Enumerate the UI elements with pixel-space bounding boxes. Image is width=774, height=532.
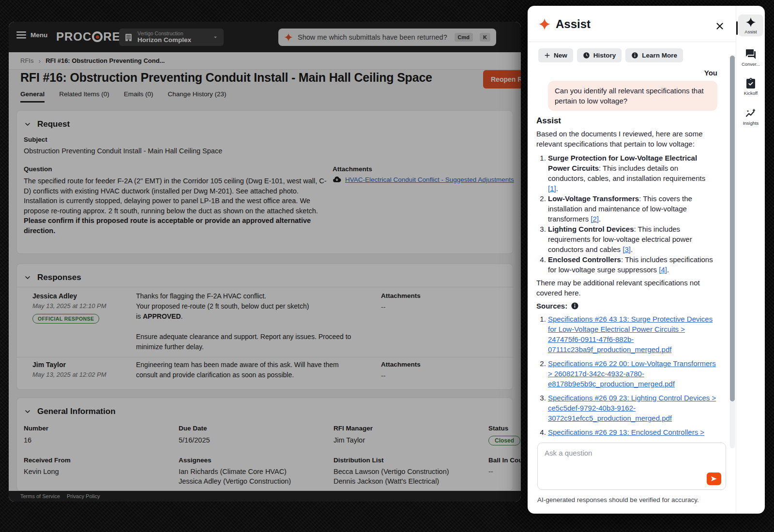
app-header: Menu PROCRE Vertigo Construction Horizon… — [9, 22, 521, 52]
response-timestamp: May 13, 2025 at 12:10 PM — [32, 302, 134, 310]
page-title: RFI #16: Obstruction Preventing Conduit … — [20, 71, 432, 85]
subject-value: Obstruction Preventing Conduit Install -… — [24, 146, 222, 156]
procore-logo: PROCRE — [56, 30, 121, 44]
new-chat-button[interactable]: New — [538, 48, 573, 62]
official-response-badge: OFFICIAL RESPONSE — [32, 314, 99, 324]
finding-item: Surge Protection for Low-Voltage Electri… — [548, 153, 717, 193]
rail-item-conversations[interactable]: Conver... — [736, 48, 765, 67]
subject-label: Subject — [24, 136, 47, 143]
source-item: Specifications #26 09 23: Lighting Contr… — [548, 393, 717, 423]
rfi-manager-value: Jim Taylor — [334, 435, 365, 445]
distribution-list-label: Distribution List — [334, 457, 384, 464]
attachment-link[interactable]: HVAC-Electrical Conduit Conflict - Sugge… — [345, 176, 514, 183]
terms-of-service-link[interactable]: Terms of Service — [20, 493, 60, 499]
rail-label-kickoff: Kickoff — [744, 90, 758, 96]
tab-emails[interactable]: Emails (0) — [124, 90, 153, 103]
response-attachments-label: Attachments — [381, 361, 421, 368]
citation-link-1[interactable]: [1] — [548, 184, 556, 192]
source-link-4[interactable]: Specifications #26 29 13: Enclosed Contr… — [548, 428, 704, 436]
menu-button[interactable]: Menu — [16, 31, 47, 39]
citation-link-4[interactable]: [4] — [659, 266, 667, 274]
assist-toolbar: New History Learn More — [538, 48, 683, 62]
send-button[interactable] — [707, 473, 721, 485]
number-value: 16 — [24, 435, 31, 445]
finding-item: Low-Voltage Transformers: This covers th… — [548, 193, 717, 224]
chevron-down-icon[interactable] — [24, 408, 31, 415]
kbd-cmd: Cmd — [455, 33, 473, 42]
rail-label-assist: Assist — [744, 29, 757, 34]
ask-question-input[interactable] — [538, 443, 726, 489]
assistant-intro: Based on the documents I reviewed, here … — [536, 129, 717, 149]
reopen-rfi-button[interactable]: Reopen RFI — [483, 70, 521, 89]
project-company: Vertigo Construction — [137, 30, 208, 37]
attachments-label: Attachments — [333, 165, 372, 173]
question-label: Question — [24, 165, 52, 173]
sources-label: Sources: — [536, 301, 567, 311]
number-label: Number — [24, 425, 48, 432]
finding-item: Lighting Control Devices: This includes … — [548, 224, 717, 254]
response-attachments-value: -- — [381, 302, 421, 312]
search-placeholder: Show me which submittals have been retur… — [298, 33, 450, 41]
source-link-1[interactable]: Specifications #26 43 13: Surge Protecti… — [548, 315, 713, 354]
rail-item-assist[interactable]: Assist — [736, 15, 765, 36]
caret-down-icon — [212, 34, 219, 41]
download-cloud-icon — [333, 175, 341, 184]
tab-related-items[interactable]: Related Items (0) — [59, 90, 109, 103]
menu-label: Menu — [30, 31, 47, 39]
citation-link-3[interactable]: [3] — [622, 245, 631, 253]
chevron-down-icon[interactable] — [24, 120, 31, 128]
question-value: The specified route for feeder F-2A (2" … — [24, 176, 334, 236]
assist-panel-title: Assist — [556, 17, 591, 31]
request-section-title: Request — [37, 119, 70, 129]
privacy-policy-link[interactable]: Privacy Policy — [67, 493, 100, 499]
user-message-bubble: Can you identify all relevant specificat… — [548, 81, 717, 111]
ai-disclaimer: AI-generated responses should be verifie… — [537, 496, 699, 503]
response-text: Ensure adequate clearance and support. R… — [136, 332, 364, 352]
send-arrow-icon — [710, 475, 718, 483]
learn-more-button[interactable]: Learn More — [625, 48, 683, 62]
general-information-card: General Information Number 16 Due Date 5… — [16, 398, 513, 491]
received-from-label: Received From — [24, 457, 71, 464]
breadcrumb-separator-icon: › — [38, 57, 41, 65]
tabs: General Related Items (0) Emails (0) Cha… — [20, 90, 226, 103]
assignees-label: Assignees — [179, 457, 212, 464]
tab-change-history[interactable]: Change History (23) — [168, 90, 227, 103]
ball-in-court-label: Ball In Court — [488, 457, 521, 464]
assist-search-bar[interactable]: Show me which submittals have been retur… — [278, 29, 496, 46]
building-icon — [124, 33, 133, 42]
assistant-note: There may be additional relevant specifi… — [536, 278, 717, 298]
assignees-value: Ian Richards (Climate Core HVAC) Jessica… — [179, 467, 329, 486]
history-button[interactable]: History — [577, 48, 622, 62]
sources-list: Specifications #26 43 13: Surge Protecti… — [536, 314, 717, 437]
close-icon[interactable] — [714, 20, 726, 32]
response-text: Engineering team has been made aware of … — [136, 360, 359, 380]
question-bold-text: Please confirm if this proposed route is… — [24, 216, 334, 236]
assistant-message-label: Assist — [536, 116, 717, 126]
rail-item-insights[interactable]: Insights — [736, 107, 765, 126]
source-link-3[interactable]: Specifications #26 09 23: Lighting Contr… — [548, 394, 716, 422]
received-from-value: Kevin Long — [24, 467, 174, 476]
rfi-manager-label: RFI Manager — [334, 425, 373, 432]
tab-general[interactable]: General — [20, 90, 45, 103]
assist-panel-content: Assist New History Learn More You Can yo… — [528, 6, 736, 514]
status-label: Status — [488, 425, 508, 432]
distribution-list-value: Becca Lawson (Vertigo Construction) Denn… — [334, 467, 484, 486]
assist-chat-transcript[interactable]: You Can you identify all relevant specif… — [536, 65, 717, 445]
source-link-2[interactable]: Specifications #26 22 00: Low-Voltage Tr… — [548, 359, 716, 388]
info-icon — [631, 52, 638, 59]
rail-item-kickoff[interactable]: Kickoff — [736, 77, 765, 96]
scrollbar-thumb[interactable] — [730, 56, 735, 401]
breadcrumb-current: RFI #16: Obstruction Preventing Cond... — [46, 57, 165, 64]
breadcrumb-rfis-link[interactable]: RFIs — [20, 57, 33, 64]
app-footer: Terms of Service Privacy Policy — [9, 491, 521, 502]
logo-text-pre: PROC — [56, 30, 91, 44]
response-attachments-value: -- — [381, 371, 421, 381]
chevron-down-icon[interactable] — [24, 274, 31, 281]
findings-list: Surge Protection for Low-Voltage Electri… — [536, 153, 717, 275]
project-selector[interactable]: Vertigo Construction Horizon Complex — [119, 29, 224, 46]
source-item: Specifications #26 22 00: Low-Voltage Tr… — [548, 358, 717, 389]
app-window: Menu PROCRE Vertigo Construction Horizon… — [9, 22, 521, 502]
response-author: Jessica Adley — [32, 292, 134, 300]
responses-section-title: Responses — [37, 273, 81, 282]
citation-link-2[interactable]: [2] — [591, 215, 599, 223]
